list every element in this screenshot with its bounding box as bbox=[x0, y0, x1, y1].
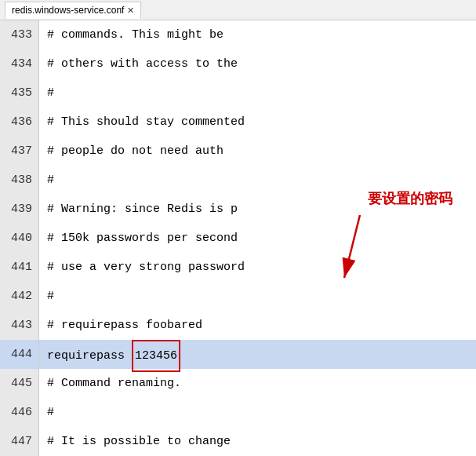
line-number: 440 bbox=[0, 224, 38, 253]
line-number: 434 bbox=[0, 49, 38, 78]
editor-area: 4334344354364374384394404414424434444454… bbox=[0, 20, 476, 456]
line-text: # requirepass foobared bbox=[47, 319, 202, 332]
code-line: # bbox=[39, 78, 476, 108]
password-value: 123456 bbox=[132, 340, 180, 372]
code-line: # 150k passwords per second bbox=[39, 224, 476, 253]
line-number: 447 bbox=[0, 427, 38, 456]
line-text: # It is possible to change bbox=[47, 435, 231, 448]
line-number: 438 bbox=[0, 166, 38, 195]
line-text: # Command renaming. bbox=[47, 377, 181, 390]
line-text: # Warning: since Redis is p bbox=[47, 202, 238, 216]
code-line: # commands. This might be bbox=[39, 20, 476, 49]
code-line: # bbox=[39, 166, 476, 195]
line-text: # bbox=[47, 406, 54, 419]
code-line: # Command renaming. bbox=[39, 369, 476, 398]
line-number: 439 bbox=[0, 195, 38, 224]
code-line: # requirepass foobared bbox=[39, 311, 476, 340]
line-text: # bbox=[47, 290, 54, 303]
line-number: 435 bbox=[0, 78, 38, 108]
line-number: 436 bbox=[0, 108, 38, 137]
line-text: # bbox=[47, 86, 54, 100]
line-numbers-gutter: 4334344354364374384394404414424434444454… bbox=[0, 20, 39, 456]
line-number: 446 bbox=[0, 398, 38, 427]
line-number: 441 bbox=[0, 253, 38, 282]
title-bar: redis.windows-service.conf ✕ bbox=[0, 0, 476, 20]
code-line: requirepass 123456 bbox=[39, 340, 476, 369]
tab-filename: redis.windows-service.conf bbox=[12, 5, 124, 16]
line-text: # others with access to the bbox=[47, 57, 238, 71]
code-line: # It is possible to change bbox=[39, 427, 476, 456]
code-content: # commands. This might be# others with a… bbox=[39, 20, 476, 456]
code-line: # bbox=[39, 282, 476, 311]
file-tab[interactable]: redis.windows-service.conf ✕ bbox=[5, 2, 141, 19]
code-line: # use a very strong password bbox=[39, 253, 476, 282]
line-number: 444 bbox=[0, 340, 38, 369]
code-line: # This should stay commented bbox=[39, 108, 476, 137]
tab-close-icon[interactable]: ✕ bbox=[127, 5, 134, 16]
line-text: # commands. This might be bbox=[47, 28, 223, 42]
line-number: 445 bbox=[0, 369, 38, 398]
line-number: 443 bbox=[0, 311, 38, 340]
line-number: 437 bbox=[0, 137, 38, 166]
code-line: # people do not need auth bbox=[39, 137, 476, 166]
line-text: # 150k passwords per second bbox=[47, 232, 238, 245]
code-line: # Warning: since Redis is p bbox=[39, 195, 476, 224]
code-line: # bbox=[39, 398, 476, 427]
line-text: # use a very strong password bbox=[47, 261, 245, 274]
code-line: # others with access to the bbox=[39, 49, 476, 78]
line-text: # This should stay commented bbox=[47, 115, 245, 129]
line-number: 433 bbox=[0, 20, 38, 49]
line-number: 442 bbox=[0, 282, 38, 311]
line-prefix: requirepass bbox=[47, 349, 132, 363]
line-text: # bbox=[47, 173, 54, 187]
line-text: # people do not need auth bbox=[47, 144, 223, 158]
